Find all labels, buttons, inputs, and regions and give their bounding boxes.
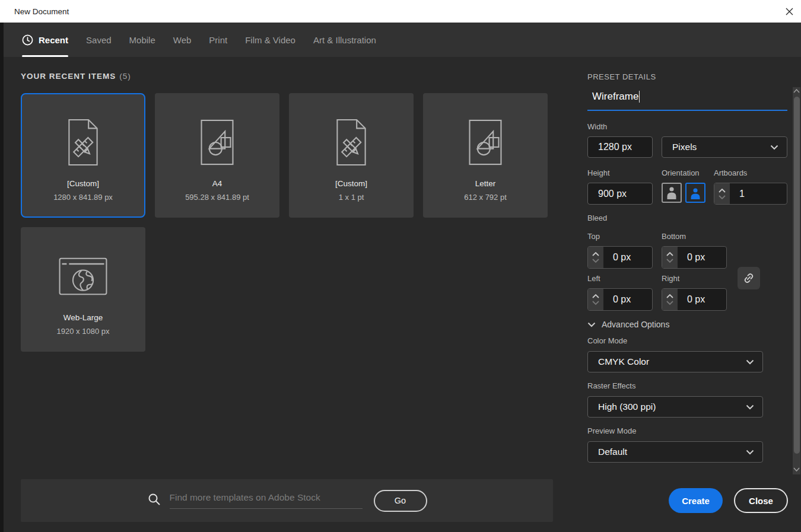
template-name: A4	[212, 179, 223, 188]
scroll-down-icon[interactable]	[793, 467, 800, 472]
chevron-down-icon	[719, 195, 726, 199]
go-button[interactable]: Go	[374, 490, 427, 512]
landscape-orientation-button[interactable]	[685, 183, 705, 203]
close-icon[interactable]	[783, 5, 795, 17]
new-document-dialog: New Document Recent Saved Mobile Web Pri…	[0, 0, 801, 532]
height-label: Height	[587, 168, 610, 177]
chevron-down-icon	[587, 322, 596, 327]
chevron-down-icon	[666, 259, 673, 263]
recent-items-heading: YOUR RECENT ITEMS(5)	[21, 72, 131, 81]
artboards-label: Artboards	[714, 168, 747, 177]
tab-label: Print	[209, 35, 227, 45]
chevron-down-icon	[592, 259, 599, 263]
template-name: [Custom]	[335, 179, 367, 188]
template-name: [Custom]	[67, 179, 99, 188]
recent-items-heading-text: YOUR RECENT ITEMS	[21, 72, 116, 81]
link-bleed-values-button[interactable]	[738, 267, 760, 289]
height-input[interactable]: 900 px	[587, 183, 653, 205]
template-dims: 595.28 x 841.89 pt	[185, 193, 249, 202]
custom-doc-icon	[58, 116, 108, 169]
template-dims: 1 x 1 pt	[339, 193, 364, 202]
document-name-input[interactable]: Wireframe	[587, 91, 787, 111]
tab-web[interactable]: Web	[173, 23, 192, 57]
chevron-down-icon	[746, 402, 754, 412]
bleed-right-stepper[interactable]: 0 px	[662, 288, 727, 311]
tab-recent[interactable]: Recent	[22, 23, 68, 57]
bleed-top-stepper[interactable]: 0 px	[587, 246, 653, 269]
stock-search-input[interactable]: Find more templates on Adobe Stock	[170, 492, 363, 509]
raster-effects-dropdown[interactable]: High (300 ppi)	[587, 396, 763, 418]
tab-label: Web	[173, 35, 192, 45]
custom-doc-icon	[326, 116, 376, 169]
tab-film-video[interactable]: Film & Video	[245, 23, 295, 57]
bleed-left-stepper[interactable]: 0 px	[587, 288, 653, 311]
color-mode-dropdown[interactable]: CMYK Color	[587, 351, 763, 372]
template-dims: 1280 x 841.89 px	[53, 193, 113, 202]
close-button[interactable]: Close	[734, 488, 788, 513]
bleed-label: Bleed	[587, 214, 607, 222]
chevron-down-icon	[592, 301, 599, 305]
bleed-left-value: 0 px	[603, 289, 652, 310]
artboards-stepper[interactable]: 1	[714, 183, 787, 205]
shapes-doc-icon	[195, 116, 240, 169]
chevron-down-icon	[666, 301, 673, 305]
web-doc-icon	[56, 255, 110, 298]
tab-label: Mobile	[129, 35, 155, 45]
chevron-down-icon	[746, 447, 754, 457]
chevron-up-icon	[592, 252, 599, 256]
link-icon	[743, 272, 755, 284]
template-dims: 612 x 792 pt	[464, 193, 507, 202]
template-card[interactable]: Web-Large 1920 x 1080 px	[21, 227, 145, 352]
bleed-top-label: Top	[587, 232, 600, 241]
bleed-left-label: Left	[587, 274, 600, 283]
preset-details-panel: PRESET DETAILS Wireframe Width 1280 px P…	[573, 57, 801, 532]
template-name: Letter	[475, 179, 496, 188]
preview-mode-dropdown[interactable]: Default	[587, 441, 763, 463]
dialog-title: New Document	[14, 7, 69, 16]
advanced-options-toggle[interactable]: Advanced Options	[587, 320, 669, 329]
template-card[interactable]: [Custom] 1280 x 841.89 px	[21, 93, 145, 218]
units-value: Pixels	[672, 142, 697, 152]
scroll-up-icon[interactable]	[793, 89, 800, 93]
search-icon	[147, 492, 161, 509]
orientation-label: Orientation	[662, 168, 700, 177]
chevron-up-icon	[666, 252, 673, 256]
template-card[interactable]: Letter 612 x 792 pt	[423, 93, 548, 218]
chevron-up-icon	[719, 189, 726, 193]
tab-mobile[interactable]: Mobile	[129, 23, 155, 57]
stock-search-bar: Find more templates on Adobe Stock Go	[21, 479, 553, 522]
bleed-right-label: Right	[662, 274, 679, 283]
tab-label: Recent	[39, 35, 68, 45]
shapes-doc-icon	[463, 116, 508, 169]
panel-scrollbar[interactable]	[793, 87, 800, 474]
create-button[interactable]: Create	[669, 488, 723, 513]
template-dims: 1920 x 1080 px	[57, 327, 110, 336]
portrait-orientation-button[interactable]	[662, 183, 682, 203]
template-card[interactable]: [Custom] 1 x 1 pt	[289, 93, 414, 218]
bleed-bottom-value: 0 px	[678, 247, 726, 268]
advanced-options-label: Advanced Options	[602, 320, 669, 329]
tab-art-illustration[interactable]: Art & Illustration	[313, 23, 376, 57]
recent-items-grid: [Custom] 1280 x 841.89 px A4 595.28 x 84…	[21, 93, 548, 352]
bleed-bottom-label: Bottom	[662, 232, 686, 241]
preset-details-heading: PRESET DETAILS	[587, 72, 656, 81]
artboards-value: 1	[730, 183, 787, 204]
width-input[interactable]: 1280 px	[587, 136, 653, 158]
width-label: Width	[587, 122, 607, 131]
units-dropdown[interactable]: Pixels	[662, 136, 787, 158]
template-name: Web-Large	[63, 313, 103, 322]
tab-saved[interactable]: Saved	[86, 23, 112, 57]
portrait-icon	[666, 186, 678, 199]
chevron-up-icon	[592, 294, 599, 298]
tab-print[interactable]: Print	[209, 23, 227, 57]
title-bar: New Document	[0, 0, 801, 23]
bleed-bottom-stepper[interactable]: 0 px	[662, 246, 727, 269]
template-card[interactable]: A4 595.28 x 841.89 pt	[155, 93, 279, 218]
tab-bar: Recent Saved Mobile Web Print Film & Vid…	[0, 23, 801, 57]
recent-items-count: (5)	[119, 72, 131, 81]
text-caret	[639, 91, 640, 103]
dialog-left-edge	[0, 23, 4, 532]
scrollbar-thumb[interactable]	[794, 97, 800, 454]
bleed-top-value: 0 px	[603, 247, 652, 268]
tab-label: Film & Video	[245, 35, 295, 45]
